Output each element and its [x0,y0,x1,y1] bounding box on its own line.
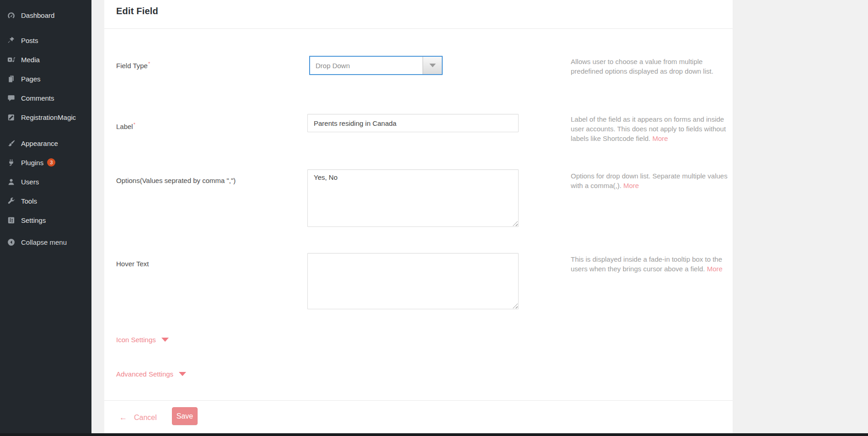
taskbar-edge-strip [0,433,868,436]
sidebar-collapse-menu[interactable]: Collapse menu [0,232,91,252]
plugins-update-count-badge: 3 [47,158,55,167]
required-asterisk: * [148,61,150,66]
sidebar-item-pages[interactable]: Pages [0,69,91,88]
sidebar-item-label: Comments [21,94,54,102]
user-icon [6,177,16,186]
sliders-icon [6,215,16,225]
sidebar-item-settings[interactable]: Settings [0,210,91,230]
field-type-label: Field Type* [116,61,150,70]
hover-text-textarea[interactable] [307,253,519,309]
chevron-down-icon [429,64,436,67]
hover-text-field-label: Hover Text [116,260,149,268]
header-divider [104,28,733,29]
sidebar-item-appearance[interactable]: Appearance [0,134,91,153]
field-type-select[interactable]: Drop Down [309,56,443,75]
sidebar-item-tools[interactable]: Tools [0,191,91,210]
paintbrush-icon [6,139,16,148]
chevron-down-icon [179,372,186,376]
admin-sidebar: Dashboard Posts Media Pages Comments [0,0,91,433]
sidebar-item-label: Plugins [21,159,43,167]
registration-form-icon [6,113,16,122]
label-more-link[interactable]: More [652,135,668,142]
sidebar-item-dashboard[interactable]: Dashboard [0,5,91,25]
icon-settings-toggle[interactable]: Icon Settings [116,336,169,344]
sidebar-item-comments[interactable]: Comments [0,88,91,108]
required-asterisk: * [134,122,135,127]
screen: Dashboard Posts Media Pages Comments [0,0,868,436]
sidebar-item-users[interactable]: Users [0,172,91,191]
sidebar-item-plugins[interactable]: Plugins 3 [0,153,91,172]
cancel-button[interactable]: ← Cancel [119,413,157,422]
wrench-icon [6,196,16,205]
collapse-arrow-icon [6,237,16,247]
sidebar-item-label: Collapse menu [21,238,67,246]
edit-field-panel: Edit Field Field Type* Drop Down Allows … [104,0,733,433]
hover-text-more-link[interactable]: More [707,265,723,273]
label-input[interactable] [307,114,519,132]
chevron-down-icon [161,338,169,342]
sidebar-item-posts[interactable]: Posts [0,31,91,50]
save-button[interactable]: Save [172,407,198,425]
hover-text-help-text: This is displayed inside a fade-in toolt… [571,254,732,274]
sidebar-item-label: Media [21,56,40,64]
field-type-selected-value: Drop Down [316,57,350,74]
options-textarea[interactable]: Yes, No [307,169,519,227]
comments-icon [6,93,16,102]
options-field-label: Options(Values seprated by comma ",") [116,177,236,184]
sidebar-item-label: Posts [21,37,38,44]
gauge-icon [6,11,16,20]
sidebar-item-label: RegistrationMagic [21,113,76,121]
sidebar-item-label: Pages [21,75,41,83]
select-dropdown-arrow-button[interactable] [423,57,442,74]
options-help-text: Options for drop down list. Separate mul… [571,171,732,190]
pushpin-icon [6,36,16,45]
sidebar-item-label: Settings [21,216,46,224]
page-title: Edit Field [116,6,158,16]
advanced-settings-toggle[interactable]: Advanced Settings [116,370,186,378]
sidebar-item-label: Appearance [21,140,58,147]
back-arrow-icon: ← [119,413,127,422]
sidebar-item-media[interactable]: Media [0,50,91,69]
label-field-label: Label* [116,122,135,130]
pages-icon [6,74,16,83]
field-type-help-text: Allows user to choose a value from multi… [571,57,732,76]
sidebar-item-label: Dashboard [21,11,54,19]
sidebar-item-label: Users [21,178,39,186]
sidebar-item-registrationmagic[interactable]: RegistrationMagic [0,108,91,127]
plug-icon [6,158,16,167]
label-help-text: Label of the field as it appears on form… [571,114,732,143]
sidebar-item-label: Tools [21,197,37,205]
footer-divider [104,400,733,401]
media-icon [6,55,16,64]
options-more-link[interactable]: More [623,182,639,189]
